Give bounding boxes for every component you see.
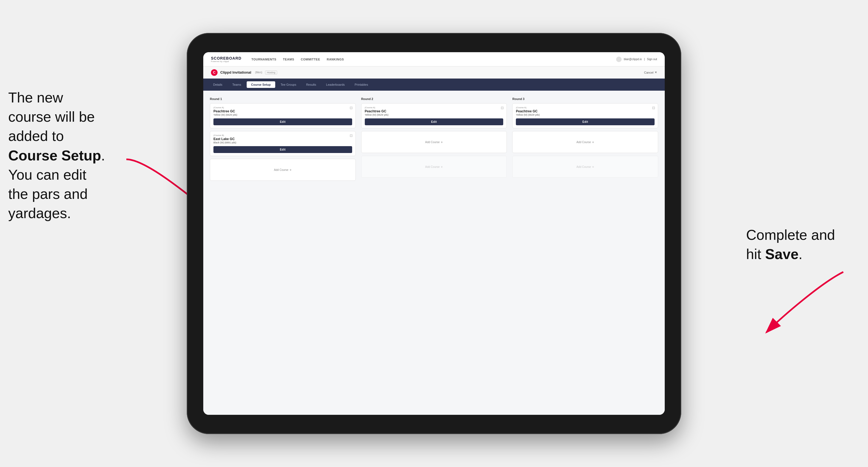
- nav-items: TOURNAMENTS TEAMS COMMITTEE RANKINGS: [251, 58, 609, 61]
- tab-printables[interactable]: Printables: [350, 81, 372, 88]
- logo-main: SCOREBOARD: [211, 56, 242, 60]
- round1-course-a-label: (Course A): [213, 106, 352, 109]
- cancel-button[interactable]: Cancel ✕: [644, 71, 657, 74]
- plus-icon-r3-2: +: [592, 165, 594, 169]
- round1-course-a-edit[interactable]: Edit: [213, 118, 352, 125]
- round2-add-course-label-2: Add Course: [425, 165, 440, 168]
- round2-course-a-edit[interactable]: Edit: [365, 118, 503, 125]
- round1-course-a-card: ⊡ (Course A) Peachtree GC Yellow (M) (66…: [210, 103, 356, 128]
- nav-committee[interactable]: COMMITTEE: [301, 58, 320, 61]
- round3-add-course-button-2: Add Course +: [512, 156, 658, 178]
- round1-add-course-button[interactable]: Add Course +: [210, 159, 356, 181]
- user-email: blair@clippd.io: [624, 58, 642, 61]
- nav-teams[interactable]: TEAMS: [283, 58, 294, 61]
- round1-course-b-name: East Lake GC: [213, 137, 352, 141]
- round-1-header: Round 1: [210, 97, 356, 100]
- main-content: Round 1 ⊡ (Course A) Peachtree GC Yellow…: [203, 91, 665, 415]
- round3-course-a-tee: Yellow (M) (6629 yds): [516, 114, 655, 116]
- round-1-column: Round 1 ⊡ (Course A) Peachtree GC Yellow…: [210, 97, 356, 408]
- round1-course-b-card: ⊡ (Course B) East Lake GC Black (M) (689…: [210, 131, 356, 156]
- round2-add-course-button-2: Add Course +: [361, 156, 507, 178]
- clippd-logo: C: [211, 69, 218, 76]
- plus-icon-r3: +: [592, 140, 594, 144]
- round3-add-course-button[interactable]: Add Course +: [512, 131, 658, 153]
- tab-results[interactable]: Results: [302, 81, 320, 88]
- left-annotation: The new course will be added to Course S…: [8, 88, 105, 223]
- round3-course-a-edit[interactable]: Edit: [516, 118, 655, 125]
- round2-course-a-name: Peachtree GC: [365, 109, 503, 113]
- tournament-name: Clippd Invitational: [220, 70, 251, 74]
- round2-course-a-delete[interactable]: ⊡: [501, 106, 504, 110]
- tab-course-setup[interactable]: Course Setup: [247, 81, 275, 88]
- tablet-screen: SCOREBOARD Powered by clippd TOURNAMENTS…: [203, 52, 665, 415]
- round3-course-a-label: (Course A): [516, 106, 655, 109]
- round1-course-a-tee: Yellow (M) (6629 yds): [213, 114, 352, 116]
- round2-add-course-button[interactable]: Add Course +: [361, 131, 507, 153]
- sub-header: C Clippd Invitational (Men) Hosting Canc…: [203, 66, 665, 79]
- logo-sub: Powered by clippd: [211, 60, 242, 62]
- nav-rankings[interactable]: RANKINGS: [327, 58, 344, 61]
- round-3-column: Round 3 ⊡ (Course A) Peachtree GC Yellow…: [512, 97, 658, 408]
- sign-out-link[interactable]: Sign out: [647, 58, 657, 61]
- round3-course-a-card: ⊡ (Course A) Peachtree GC Yellow (M) (66…: [512, 103, 658, 128]
- right-annotation: Complete and hit Save.: [746, 225, 835, 264]
- plus-icon-r2: +: [441, 140, 443, 144]
- plus-icon-r2-2: +: [441, 165, 443, 169]
- round3-add-course-label: Add Course: [576, 141, 591, 144]
- scoreboard-logo: SCOREBOARD Powered by clippd: [211, 56, 242, 62]
- round2-course-a-tee: Yellow (M) (6629 yds): [365, 114, 503, 116]
- round1-course-b-delete[interactable]: ⊡: [350, 133, 353, 137]
- round-2-header: Round 2: [361, 97, 507, 100]
- separator: |: [644, 58, 645, 61]
- round-3-header: Round 3: [512, 97, 658, 100]
- top-nav: SCOREBOARD Powered by clippd TOURNAMENTS…: [203, 52, 665, 66]
- sub-header-left: C Clippd Invitational (Men) Hosting: [211, 69, 277, 76]
- round2-course-a-card: ⊡ (Course A) Peachtree GC Yellow (M) (66…: [361, 103, 507, 128]
- hosting-badge: Hosting: [265, 71, 277, 74]
- round1-add-course-label: Add Course: [274, 168, 288, 172]
- tab-bar: Details Teams Course Setup Tee Groups Re…: [203, 79, 665, 91]
- right-arrow: [750, 267, 854, 343]
- nav-right: blair@clippd.io | Sign out: [616, 57, 657, 62]
- tournament-gender: (Men): [255, 71, 262, 74]
- round1-course-a-delete[interactable]: ⊡: [350, 106, 353, 110]
- round-2-column: Round 2 ⊡ (Course A) Peachtree GC Yellow…: [361, 97, 507, 408]
- round1-course-a-name: Peachtree GC: [213, 109, 352, 113]
- round3-course-a-name: Peachtree GC: [516, 109, 655, 113]
- tab-leaderboards[interactable]: Leaderboards: [322, 81, 349, 88]
- round3-course-a-delete[interactable]: ⊡: [652, 106, 655, 110]
- tablet-frame: SCOREBOARD Powered by clippd TOURNAMENTS…: [187, 33, 681, 434]
- round2-course-a-label: (Course A): [365, 106, 503, 109]
- close-icon: ✕: [655, 71, 657, 74]
- user-avatar: [616, 57, 622, 62]
- plus-icon-r1: +: [289, 168, 292, 172]
- round2-add-course-label: Add Course: [425, 141, 440, 144]
- round1-course-b-edit[interactable]: Edit: [213, 146, 352, 153]
- nav-tournaments[interactable]: TOURNAMENTS: [251, 58, 276, 61]
- tab-tee-groups[interactable]: Tee Groups: [276, 81, 301, 88]
- tab-details[interactable]: Details: [209, 81, 227, 88]
- tab-teams[interactable]: Teams: [228, 81, 246, 88]
- round1-course-b-tee: Black (M) (6891 yds): [213, 141, 352, 144]
- round1-course-b-label: (Course B): [213, 134, 352, 136]
- rounds-grid: Round 1 ⊡ (Course A) Peachtree GC Yellow…: [210, 97, 658, 408]
- round3-add-course-label-2: Add Course: [576, 165, 591, 168]
